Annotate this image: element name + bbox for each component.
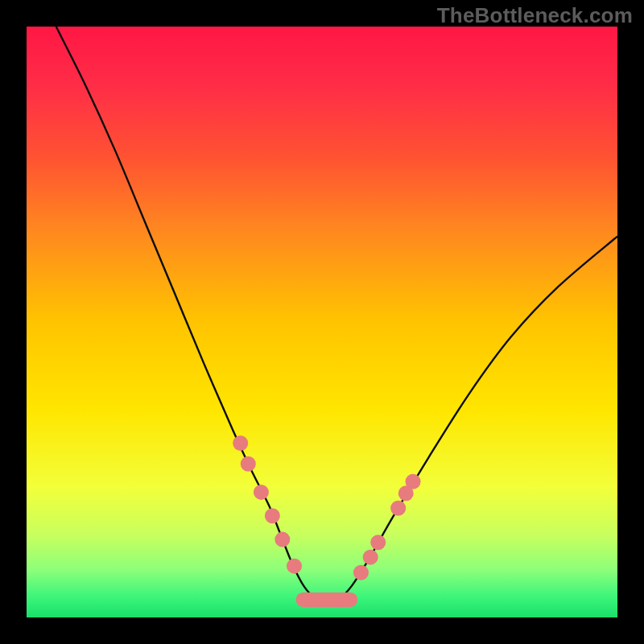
highlight-dot	[353, 565, 369, 580]
highlight-dot	[363, 550, 378, 565]
highlight-dot	[233, 436, 248, 451]
bottleneck-chart	[0, 0, 644, 644]
watermark-text: TheBottleneck.com	[437, 3, 633, 28]
chart-stage: TheBottleneck.com	[0, 0, 644, 644]
highlight-dot	[287, 559, 302, 574]
highlight-dot	[370, 535, 386, 550]
highlight-dot	[406, 474, 421, 489]
highlight-dot	[275, 532, 290, 547]
highlight-dot	[390, 501, 406, 516]
highlight-dot	[265, 508, 280, 523]
plot-background	[27, 27, 617, 617]
highlight-dot	[241, 456, 256, 472]
highlight-dot	[254, 485, 269, 500]
